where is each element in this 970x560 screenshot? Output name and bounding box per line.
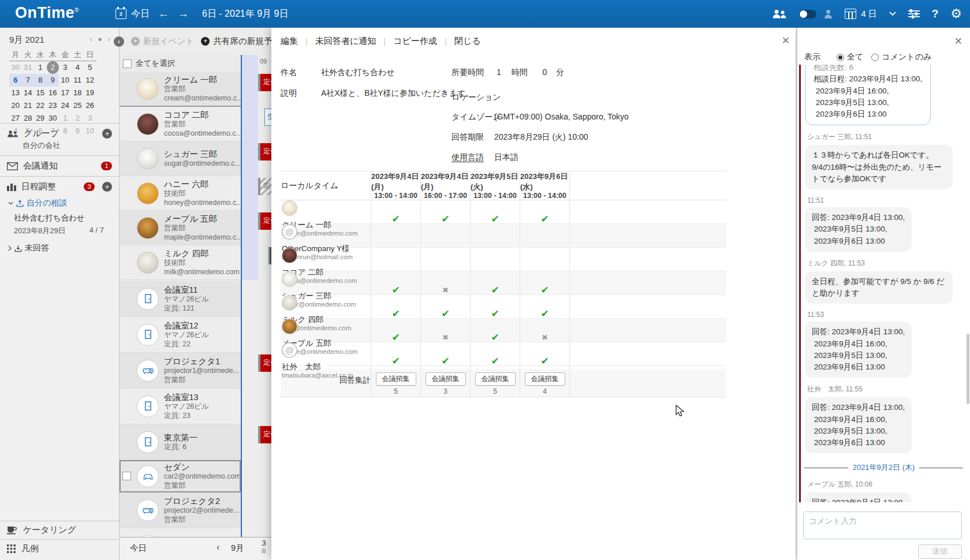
- person-row[interactable]: クリーム 一郎営業部cream@ontimedemo.c...: [120, 72, 241, 107]
- single-person-icon[interactable]: [824, 9, 833, 19]
- calendar-day[interactable]: 7: [22, 74, 35, 87]
- resource-row[interactable]: 会議室13ヤマノ26ビル定員: 23: [120, 389, 241, 424]
- row-checkbox[interactable]: [122, 472, 131, 480]
- invite-button[interactable]: 会議招集: [525, 372, 565, 386]
- person-row[interactable]: メープル 五郎営業部maple@ontimedemo.c...: [120, 211, 241, 245]
- sidebar-item-unanswered[interactable]: 未回答: [8, 243, 112, 253]
- calendar-day[interactable]: 31: [22, 61, 35, 74]
- calendar-day[interactable]: 13: [9, 87, 22, 99]
- mouse-cursor: [676, 405, 685, 417]
- sidebar-item-legend[interactable]: 凡例: [0, 539, 119, 560]
- people-view-toggle[interactable]: [799, 10, 816, 18]
- new-shared-booking-button[interactable]: + 共有席の新規予約: [201, 36, 280, 47]
- sidebar-item-my-consult[interactable]: 自分の相談: [8, 198, 112, 208]
- calendar-day[interactable]: 23: [47, 99, 59, 112]
- calendar-day[interactable]: 15: [34, 87, 47, 99]
- calendar-day[interactable]: 30: [9, 61, 22, 74]
- calendar-day[interactable]: 12: [84, 74, 96, 87]
- resource-row[interactable]: セダンcar2@ontimedemo.com営業部: [120, 460, 241, 492]
- today-button[interactable]: 2 今日: [115, 8, 150, 20]
- resource-row[interactable]: 会議室11ヤマノ26ビル定員: 121: [120, 281, 241, 317]
- calendar-day[interactable]: 19: [84, 87, 96, 99]
- comments-close-icon[interactable]: ✕: [954, 35, 962, 47]
- select-all-row[interactable]: 全てを選択: [120, 55, 241, 72]
- column-date: 2023年9月6日 (水): [520, 171, 569, 192]
- comment-input[interactable]: [803, 512, 962, 539]
- view-selector[interactable]: 4 日: [845, 9, 877, 20]
- meeting-notice-label[interactable]: 会議通知: [23, 160, 58, 171]
- resource-row[interactable]: 会議室12ヤマノ26ビル定員: 22: [120, 317, 241, 353]
- person-row[interactable]: ミルク 四郎技術部milk@ontimedemo.com: [120, 245, 241, 280]
- person-row[interactable]: シュガー 三郎sugar@ontimedemo.c...: [120, 141, 241, 176]
- calendar-day[interactable]: 4: [72, 61, 84, 74]
- sidebar-item-company[interactable]: 自分の会社: [23, 140, 112, 151]
- add-coordination-button[interactable]: +: [102, 182, 112, 192]
- collapse-list-button[interactable]: ‹: [114, 36, 124, 47]
- row-text: ハニー 六郎技術部honey@ontimedemo.c...: [164, 179, 241, 207]
- filter-comments-radio[interactable]: コメントのみ: [871, 52, 931, 62]
- menu-item-0[interactable]: 編集: [281, 36, 298, 47]
- language-label[interactable]: 使用言語: [452, 152, 484, 163]
- menu-item-1[interactable]: 未回答者に通知: [315, 36, 376, 47]
- calendar-day[interactable]: 3: [59, 61, 72, 74]
- menu-item-3[interactable]: 閉じる: [454, 36, 481, 47]
- calendar-day[interactable]: 9: [47, 74, 59, 87]
- row-text: クリーム 一郎営業部cream@ontimedemo.c...: [164, 74, 241, 103]
- invite-button[interactable]: 会議招集: [475, 372, 516, 386]
- check-icon: ✔: [391, 213, 400, 225]
- calendar-day[interactable]: 2: [47, 61, 59, 74]
- calendar-day[interactable]: 5: [84, 61, 96, 74]
- dialog-close-icon[interactable]: ✕: [782, 35, 790, 47]
- calendar-day[interactable]: 1: [34, 61, 47, 74]
- calendar-day[interactable]: 24: [59, 99, 72, 112]
- chevron-down-icon[interactable]: [889, 12, 896, 16]
- invite-button[interactable]: 会議招集: [426, 372, 466, 386]
- person-row[interactable]: ココア 二郎営業部cocoa@ontimedemo.c...: [120, 107, 241, 141]
- schedule-coordination-label[interactable]: 日程調整: [21, 181, 56, 192]
- invite-button[interactable]: 会議招集: [376, 372, 416, 386]
- calendar-day[interactable]: 20: [9, 99, 22, 112]
- comment-thread[interactable]: 相談先数: 6相談日程: 2023年9月4日 13:00, 2023年9月4日 …: [797, 65, 965, 502]
- footer-prev-button[interactable]: ‹: [217, 542, 219, 552]
- footer-day-column[interactable]: 3 金: [256, 539, 272, 554]
- calendar-day[interactable]: 6: [9, 74, 22, 87]
- calendar-day[interactable]: 17: [59, 87, 72, 99]
- column-time: 13:00 - 14:00: [523, 192, 566, 200]
- resource-row[interactable]: プロジェクタ1projector1@ontimede...営業部: [120, 353, 241, 389]
- calendar-day[interactable]: 11: [72, 74, 84, 87]
- answer-count: 4: [543, 387, 547, 395]
- gear-icon[interactable]: ⚙: [950, 8, 962, 20]
- calendar-day[interactable]: 16: [47, 87, 59, 99]
- send-button[interactable]: 送信: [918, 544, 962, 559]
- menu-item-2[interactable]: コピー作成: [393, 36, 437, 47]
- people-pair-icon[interactable]: [772, 9, 787, 19]
- help-icon[interactable]: ?: [932, 8, 939, 20]
- person-row[interactable]: ハニー 六郎技術部honey@ontimedemo.c...: [120, 176, 241, 211]
- scrollbar-thumb[interactable]: [967, 334, 969, 404]
- summary-bubble: 相談先数: 6相談日程: 2023年9月4日 13:00, 2023年9月4日 …: [805, 65, 931, 125]
- sliders-icon[interactable]: [908, 9, 920, 18]
- calendar-day[interactable]: 26: [84, 99, 96, 112]
- calendar-day[interactable]: 21: [22, 99, 35, 112]
- prev-arrow-button[interactable]: ←: [158, 8, 169, 20]
- resource-row[interactable]: 東京第一定員: 6: [120, 424, 241, 460]
- next-arrow-button[interactable]: →: [178, 8, 189, 20]
- calendar-day[interactable]: 18: [72, 87, 84, 99]
- calendar-day[interactable]: 14: [22, 87, 35, 99]
- sidebar-item-catering[interactable]: ケータリング: [0, 521, 119, 539]
- filter-all-radio[interactable]: 全て: [837, 52, 863, 62]
- row-subtitle: 定員: 6: [164, 443, 197, 452]
- calendar-day[interactable]: 8: [34, 74, 47, 87]
- select-all-checkbox[interactable]: [123, 59, 132, 68]
- consult-item-title[interactable]: 社外含む打ち合わせ: [14, 213, 112, 223]
- group-label[interactable]: グループ: [24, 128, 59, 139]
- footer-today-button[interactable]: 今日: [130, 543, 147, 554]
- calendar-day[interactable]: 22: [34, 99, 47, 112]
- resource-row[interactable]: プロジェクタ2projector2@ontimede...営業部: [120, 492, 241, 528]
- add-group-button[interactable]: +: [102, 129, 112, 139]
- mini-calendar-nav[interactable]: ‹ ● ›: [89, 35, 112, 43]
- calendar-day[interactable]: 25: [72, 99, 84, 112]
- calendar-day[interactable]: 10: [59, 74, 72, 87]
- new-event-button[interactable]: + 新規イベント: [131, 36, 194, 47]
- footer-month-label: 9月: [231, 543, 244, 554]
